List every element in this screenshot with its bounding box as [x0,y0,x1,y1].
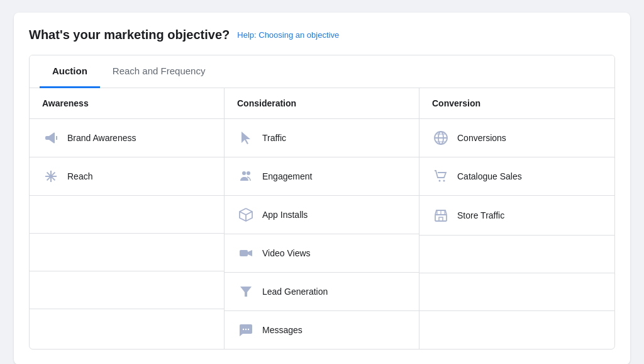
lead-generation-label: Lead Generation [262,287,328,297]
cell-brand-awareness[interactable]: Brand Awareness [30,119,224,157]
column-header-consideration: Consideration [225,88,419,119]
messages-icon [237,321,255,339]
awareness-empty-3 [30,271,224,309]
awareness-empty-4 [30,309,224,349]
cell-video-views[interactable]: Video Views [225,234,419,273]
traffic-label: Traffic [262,133,286,143]
store-traffic-icon [432,207,450,224]
cell-conversions[interactable]: Conversions [419,119,614,157]
reach-label: Reach [67,171,92,181]
video-views-icon [237,244,255,262]
cell-traffic[interactable]: Traffic [225,119,419,157]
col-awareness: Brand Awareness Reach [30,119,225,349]
svg-rect-9 [240,250,248,256]
svg-marker-5 [242,132,250,144]
cell-app-installs[interactable]: App Installs [225,196,419,234]
svg-point-6 [242,171,246,175]
engagement-label: Engagement [262,171,312,181]
awareness-empty-1 [30,196,224,234]
reach-icon [42,168,60,185]
brand-awareness-icon [42,129,60,147]
page-title: What's your marketing objective? [29,28,230,42]
conversion-empty-3 [419,311,614,349]
svg-point-21 [443,180,445,182]
messages-label: Messages [262,325,303,335]
svg-point-7 [247,171,250,175]
conversions-icon [432,129,450,147]
svg-point-14 [248,329,249,330]
column-header-conversion: Conversion [419,88,614,119]
help-link[interactable]: Help: Choosing an objective [237,30,339,40]
brand-awareness-label: Brand Awareness [67,133,136,143]
svg-point-20 [439,180,441,182]
grid-body: Brand Awareness Reach [30,119,614,349]
column-headers: Awareness Consideration Conversion [30,88,614,119]
cell-reach[interactable]: Reach [30,157,224,196]
catalogue-sales-icon [432,168,450,185]
conversion-empty-1 [419,236,614,273]
conversion-empty-2 [419,273,614,311]
lead-generation-icon [237,283,255,300]
conversions-label: Conversions [457,133,506,143]
page-header: What's your marketing objective? Help: C… [29,28,615,42]
tab-auction[interactable]: Auction [40,55,100,88]
app-installs-icon [237,206,255,224]
svg-point-12 [243,329,244,330]
main-container: What's your marketing objective? Help: C… [14,13,630,364]
tab-reach-frequency[interactable]: Reach and Frequency [100,55,218,88]
awareness-empty-2 [30,234,224,271]
tabs-header: Auction Reach and Frequency [30,55,614,88]
column-header-awareness: Awareness [30,88,225,119]
traffic-icon [237,129,255,147]
engagement-icon [237,168,255,185]
cell-catalogue-sales[interactable]: Catalogue Sales [419,157,614,196]
store-traffic-label: Store Traffic [457,210,504,220]
app-installs-label: App Installs [262,210,308,220]
svg-rect-22 [435,215,447,221]
video-views-label: Video Views [262,248,311,258]
cell-messages[interactable]: Messages [225,311,419,349]
svg-marker-10 [248,250,252,256]
cell-engagement[interactable]: Engagement [225,157,419,196]
svg-point-13 [245,329,247,330]
cell-store-traffic[interactable]: Store Traffic [419,196,614,236]
col-consideration: Traffic Engagement [225,119,419,349]
cell-lead-generation[interactable]: Lead Generation [225,273,419,311]
tabs-container: Auction Reach and Frequency Awareness Co… [29,55,615,350]
svg-marker-11 [240,287,252,297]
col-conversion: Conversions Catalogue Sales [419,119,614,349]
catalogue-sales-label: Catalogue Sales [457,171,522,181]
